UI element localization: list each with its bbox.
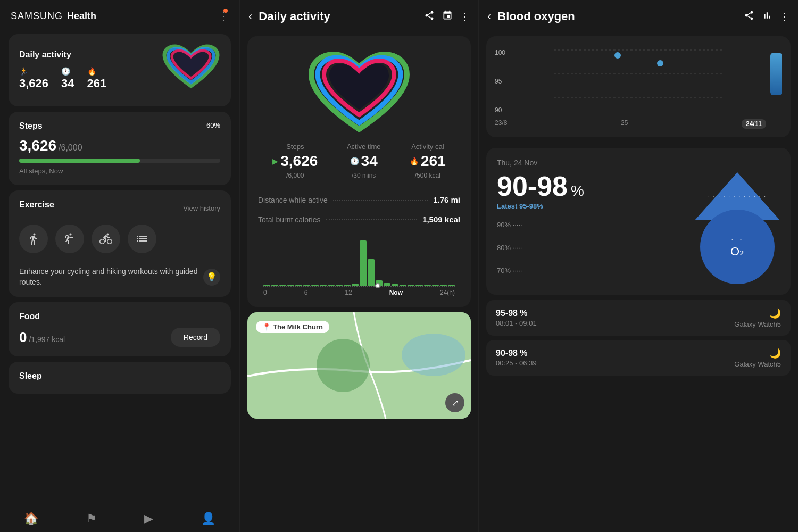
right-share-button[interactable]	[744, 10, 754, 23]
steps-percent: 60%	[206, 121, 220, 129]
history-item-2-left: 90-98 % 00:25 - 06:39	[496, 348, 537, 367]
history-2-moon-icon: 🌙	[769, 347, 781, 359]
flag-icon: ⚑	[86, 512, 97, 526]
heart-large-graphic	[306, 47, 412, 143]
left-header: SAMSUNG Health ⋮	[0, 0, 239, 29]
svg-point-2	[402, 334, 466, 376]
x-label-12: 12	[345, 289, 352, 296]
calories-count: 261	[87, 77, 107, 90]
nav-play[interactable]: ▶	[144, 512, 153, 527]
history-item-1-right: 🌙 Galaxy Watch5	[734, 307, 781, 328]
record-button[interactable]: Record	[171, 328, 220, 347]
sleep-card[interactable]: Sleep	[9, 362, 231, 394]
steps-goal: /6,000	[59, 143, 82, 153]
calendar-button[interactable]	[442, 10, 453, 23]
drop-dots: · ·	[731, 234, 744, 245]
reading-unit: %	[571, 182, 584, 200]
nav-flag[interactable]: ⚑	[86, 512, 97, 527]
active-time-icon: 🕐	[61, 67, 70, 76]
middle-scroll[interactable]: Steps ▶ 3,626 /6,000 Active time 🕐 34 /3…	[240, 31, 478, 532]
mountain-dots: · · · · · · · · · · · ·	[695, 194, 780, 200]
notification-dot	[223, 9, 228, 13]
steps-stat-goal: /6,000	[286, 172, 304, 179]
exercise-title: Exercise	[19, 200, 54, 210]
cycle-button[interactable]	[92, 225, 120, 253]
reading-value: 90-98	[497, 172, 568, 200]
history-item-2-right: 🌙 Galaxy Watch5	[734, 347, 781, 368]
distance-value: 1.76 mi	[433, 195, 460, 204]
y-label-95: 95	[495, 78, 505, 85]
right-chart-button[interactable]	[762, 10, 772, 23]
exercise-card[interactable]: Exercise View history Enhance you	[9, 190, 231, 297]
middle-title: Daily activity	[259, 10, 418, 23]
activity-cal-value: 261	[421, 153, 446, 170]
history-item-2: 90-98 % 00:25 - 06:39 🌙 Galaxy Watch5	[486, 340, 791, 376]
food-card[interactable]: Food 0 /1,997 kcal Record	[9, 302, 231, 356]
right-more-button[interactable]: ⋮	[780, 11, 789, 22]
active-time-stat-goal: /30 mins	[352, 172, 376, 179]
bulb-icon: 💡	[203, 269, 220, 286]
drop-body: · · O₂	[700, 210, 775, 284]
heart-stats-card: Steps ▶ 3,626 /6,000 Active time 🕐 34 /3…	[247, 36, 471, 307]
left-cards: Daily activity 🏃 3,626 🕐 34 🔥 261	[0, 29, 239, 505]
map-card[interactable]: 📍 The Milk Churn ⤢	[247, 312, 471, 419]
spo2-svg	[512, 45, 782, 114]
steps-title: Steps	[19, 121, 43, 131]
steps-card[interactable]: Steps 60% 3,626 /6,000 All steps, Now	[9, 112, 231, 185]
activity-cal-goal: /500 kcal	[415, 172, 440, 179]
history-1-range: 95-98 %	[496, 309, 537, 318]
expand-map-button[interactable]: ⤢	[445, 393, 464, 412]
app-name: Health	[67, 11, 96, 22]
middle-panel: ‹ Daily activity ⋮	[239, 0, 479, 532]
right-back-button[interactable]: ‹	[487, 10, 491, 23]
sleep-title: Sleep	[19, 371, 220, 381]
x-label-24: 24(h)	[440, 289, 455, 296]
distance-dots	[333, 200, 428, 201]
x-label-active: 24/11	[742, 119, 766, 129]
run-button[interactable]	[55, 225, 84, 253]
walk-button[interactable]	[19, 225, 48, 253]
active-time-label: Active time	[347, 143, 381, 151]
middle-more-button[interactable]: ⋮	[460, 11, 470, 22]
history-2-range: 90-98 %	[496, 348, 537, 358]
activity-cal-label: Activity cal	[411, 143, 444, 151]
nav-home[interactable]: 🏠	[24, 512, 38, 527]
map-background: 📍 The Milk Churn ⤢	[247, 312, 471, 419]
calories-metric: 🔥 261	[87, 67, 107, 90]
active-time-count: 34	[61, 77, 74, 90]
daily-activity-card[interactable]: Daily activity 🏃 3,626 🕐 34 🔥 261	[9, 34, 231, 106]
reading-left: 90-98 % Latest 95-98% 90% ····· 80% ····…	[497, 172, 584, 275]
history-2-source: Galaxy Watch5	[734, 360, 781, 368]
map-pin-icon: 📍	[262, 323, 271, 331]
steps-icon: 🏃	[19, 67, 28, 76]
spo2-line-chart	[512, 45, 782, 116]
calories-dots	[326, 219, 418, 220]
middle-back-button[interactable]: ‹	[248, 10, 252, 23]
bottom-nav: 🏠 ⚑ ▶ 👤	[0, 505, 239, 532]
x-label-0: 0	[263, 289, 267, 296]
calories-icon: 🔥	[87, 67, 96, 76]
nav-profile[interactable]: 👤	[201, 512, 215, 527]
home-icon: 🏠	[24, 512, 38, 526]
activity-chart: 0 6 12 Now 24(h)	[258, 229, 460, 296]
exercise-promo-text: Enhance your cycling and hiking workouts…	[19, 267, 198, 287]
stats-row: Steps ▶ 3,626 /6,000 Active time 🕐 34 /3…	[258, 143, 460, 179]
view-history-link[interactable]: View history	[183, 204, 220, 212]
spo2-y-labels: 100 95 90	[495, 47, 505, 116]
right-title: Blood oxygen	[497, 10, 737, 23]
spo2-chart-section: 100 95 90 23/8 2	[486, 36, 791, 137]
history-1-moon-icon: 🌙	[769, 307, 781, 319]
left-panel: SAMSUNG Health ⋮ Daily activity 🏃 3,626 …	[0, 0, 239, 532]
reading-content: 90-98 % Latest 95-98% 90% ····· 80% ····…	[497, 172, 780, 284]
history-2-time: 00:25 - 06:39	[496, 359, 537, 367]
list-button[interactable]	[128, 225, 156, 253]
blood-reading-card: Thu, 24 Nov 90-98 % Latest 95-98% 90% ··…	[486, 148, 791, 295]
right-panel: ‹ Blood oxygen ⋮ 100 95 90	[479, 0, 798, 532]
calories-metric-row: Total burnt calories 1,509 kcal	[258, 210, 460, 229]
exercise-divider	[19, 261, 220, 261]
o2-symbol: O₂	[730, 245, 744, 259]
brand-name: SAMSUNG	[11, 11, 63, 22]
share-button[interactable]	[424, 10, 435, 23]
latest-badge: Latest 95-98%	[497, 202, 584, 210]
x-label-6: 6	[304, 289, 308, 296]
